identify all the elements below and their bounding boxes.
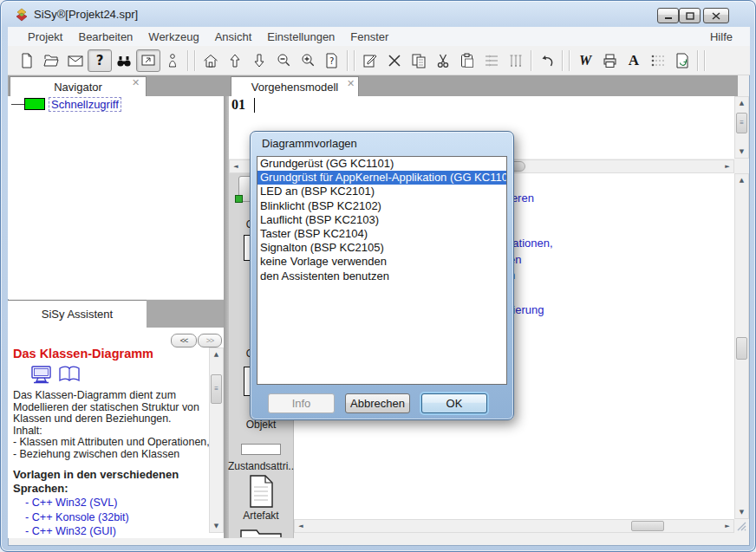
bottom-hscrollbar[interactable]: ◄ ► [294,519,734,533]
template-list-item[interactable]: LED an (BSP KC2101) [257,185,506,198]
template-list-item[interactable]: Taster (BSP KC2104) [257,227,506,241]
template-list-item[interactable]: Signalton (BSP KC2105) [257,241,506,255]
assistant-forward-button[interactable]: >> [198,334,222,347]
palette-folder-icon[interactable] [239,526,283,538]
assistant-text-line: - Beziehung zwischen den Klassen [13,449,205,461]
copy-button[interactable] [407,49,431,72]
delete-button[interactable] [382,49,407,72]
assistant-bold-line: Sprachen: [13,482,205,496]
toppane-vscrollbar[interactable]: ▲ ≡ ▼ [734,96,749,159]
template-list-item[interactable]: Lauflicht (BSP KC2103) [257,213,506,227]
app-window: SiSy®[Projekt24.spr] ProjektBearbeitenWe… [0,0,756,552]
computer-icon[interactable] [30,365,53,384]
toolbar-separator [187,50,189,71]
assistant-link[interactable]: - C++ Win32 (SVL) [25,496,207,510]
menu-item[interactable]: Einstellungen [259,29,342,45]
scroll-left-icon: ◄ [230,160,242,172]
paste-button[interactable] [455,49,479,72]
vorgehensmodell-close-icon[interactable]: ✕ [347,79,355,88]
maximize-button[interactable] [679,8,701,23]
text-caret [254,98,255,113]
zoom-out-button[interactable] [271,49,296,72]
navigate-down-button[interactable] [247,49,271,72]
word-export-button[interactable]: W [573,49,597,72]
menu-item-hilfe[interactable]: Hilfe [710,30,733,43]
new-document-button[interactable] [15,49,39,72]
info-button[interactable]: Info [268,393,335,413]
minimize-icon [664,12,673,20]
columns-button[interactable] [504,49,528,72]
info-button-label: Info [292,397,311,410]
mail-button[interactable] [63,49,88,72]
menu-item[interactable]: Ansicht [207,29,260,45]
cancel-button[interactable]: Abbrechen [345,393,410,413]
close-button[interactable] [703,8,729,23]
template-listbox[interactable]: Grundgerüst (GG KC1101)Grundgrüst für Ap… [257,156,507,385]
menu-item[interactable]: Projekt [20,29,70,45]
template-list-item[interactable]: keine Vorlage verwenden [257,255,506,269]
book-icon[interactable] [58,365,81,384]
scroll-down-icon: ▼ [735,146,748,158]
assistant-scrollbar[interactable]: ▲ ≡ ▼ [209,347,224,533]
dotted-list-button[interactable] [646,49,670,72]
find-binoculars-icon [115,52,133,69]
toolbar-separator [531,50,532,71]
window-mode-button[interactable] [136,49,160,72]
refresh-document-button[interactable] [670,49,694,72]
diagram-number: 01 [231,97,245,113]
assistant-text-line: Modellieren der statischen Struktur von [13,402,205,414]
resize-grip-icon[interactable] [736,521,747,532]
toolbar-separator [194,50,196,71]
navigate-up-button[interactable] [223,49,247,72]
home-button[interactable] [199,49,223,72]
assistant-heading: Das Klassen-Diagramm [13,347,153,360]
template-list-item[interactable]: Blinklicht (BSP KC2102) [257,199,506,213]
assistant-back-button[interactable]: << [171,334,197,347]
minimize-button[interactable] [657,8,679,23]
find-button[interactable] [112,49,136,72]
scroll-left-icon: ◄ [295,520,307,532]
font-button[interactable]: A [622,49,646,72]
zoom-in-button[interactable] [296,49,320,72]
template-list-item[interactable]: den Assistenten benutzen [257,270,506,283]
info-button[interactable] [160,49,185,72]
assistant-text-line: Klassen und deren Beziehungen. [13,413,205,425]
home-icon [202,52,219,69]
scroll-up-icon: ▲ [735,174,748,186]
document-help-button[interactable]: ? [320,49,344,72]
tab-navigator-label: Navigator [54,81,102,94]
tree-item-schnellzugriff[interactable]: Schnellzugriff [49,97,121,112]
scroll-right-icon: ► [721,160,733,172]
canvas-vscrollbar[interactable]: ▲ ▼ [734,173,749,519]
svg-text:?: ? [329,56,334,66]
open-folder-button[interactable] [39,49,63,72]
palette-artefact-icon[interactable] [249,475,273,508]
tab-sisy-assistent[interactable]: SiSy Assistent [8,300,147,328]
back-chevrons-icon: << [180,336,188,345]
scroll-up-icon: ▲ [735,97,748,109]
template-list-item[interactable]: Grundgrüst für AppKernel-Applikation (GG… [257,171,506,185]
assistant-link[interactable]: - C++ Konsole (32bit) [25,510,207,525]
menu-item[interactable]: Fenster [342,29,396,45]
edit-item-button[interactable] [358,49,382,72]
template-list-item[interactable]: Grundgerüst (GG KC1101) [257,157,506,171]
print-button[interactable] [597,49,622,72]
printer-icon [601,52,618,69]
undo-button[interactable] [535,49,559,72]
ok-button[interactable]: OK [421,393,487,413]
tab-vorgehensmodell[interactable]: Vorgehensmodell [231,76,359,96]
assistant-link[interactable]: - C++ Win32 (GUI) [25,524,207,539]
scroll-down-icon: ▼ [210,520,223,532]
indent-list-button[interactable] [479,49,504,72]
cut-button[interactable] [431,49,455,72]
help-button[interactable]: ? [88,49,112,72]
menu-item[interactable]: Werkzeug [140,29,206,45]
palette-state-attribute-icon[interactable] [241,444,281,455]
tree-node-icon[interactable] [24,98,45,110]
tab-navigator[interactable]: Navigator [10,76,147,96]
toolbar-separator [704,50,706,71]
link-fragment[interactable]: rierung [509,303,544,316]
navigator-close-icon[interactable]: ✕ [132,78,140,87]
link-fragment[interactable]: rationen, [509,237,553,250]
menu-item[interactable]: Bearbeiten [70,29,140,45]
